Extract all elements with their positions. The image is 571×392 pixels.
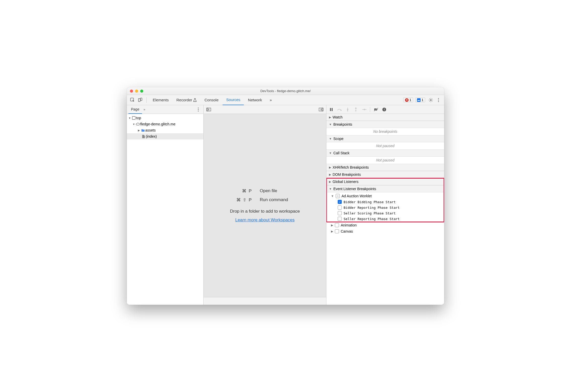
event-seller-reporting[interactable]: Seller Reporting Phase Start: [326, 216, 444, 222]
tree-domain[interactable]: ▼ fledge-demo.glitch.me: [127, 121, 203, 127]
watch-section[interactable]: ▶Watch: [326, 114, 444, 121]
tree-folder-label: assets: [145, 128, 156, 132]
close-window-button[interactable]: [130, 90, 133, 93]
show-navigator-icon[interactable]: [205, 106, 212, 113]
issues-badge[interactable]: ▬ 1: [415, 97, 425, 102]
file-tree: ▼ top ▼ fledge-demo.glitch.me ▶ assets (…: [127, 114, 203, 305]
checkbox-unchecked[interactable]: [338, 205, 342, 210]
category-label: Animation: [341, 223, 357, 227]
collapse-icon: ▶: [137, 129, 141, 132]
navigator-subbar: Page »: [127, 105, 203, 114]
global-listeners-section[interactable]: ▶Global Listeners: [326, 178, 444, 185]
device-toolbar-icon[interactable]: [137, 96, 144, 104]
callstack-section[interactable]: ▼Call Stack: [326, 149, 444, 157]
step-over-icon[interactable]: [336, 106, 343, 113]
svg-rect-10: [132, 116, 135, 119]
tab-sources[interactable]: Sources: [223, 95, 244, 105]
editor-subbar: [204, 105, 326, 114]
debugger-panel: ▶Watch ▼Breakpoints No breakpoints ▼Scop…: [326, 105, 444, 305]
svg-rect-12: [207, 108, 208, 111]
category-canvas[interactable]: ▶ Canvas: [326, 228, 444, 234]
checkbox-unchecked[interactable]: [335, 223, 339, 227]
collapse-icon: ▶: [331, 230, 333, 233]
debugger-toolbar: [326, 105, 444, 114]
folder-icon: [141, 129, 145, 132]
tree-folder[interactable]: ▶ assets: [127, 127, 203, 133]
inspect-element-icon[interactable]: [129, 96, 136, 104]
svg-point-20: [365, 109, 366, 110]
category-label: Canvas: [341, 229, 353, 233]
editor-placeholder: ⌘ P Open file ⌘ ⇧ P Run command Drop in …: [204, 114, 326, 297]
step-out-icon[interactable]: [353, 106, 359, 113]
highlighted-region: ▶Global Listeners ▼Event Listener Breakp…: [326, 178, 444, 222]
svg-point-18: [347, 110, 348, 111]
tab-recorder-label: Recorder: [177, 98, 192, 102]
tree-top[interactable]: ▼ top: [127, 115, 203, 121]
issue-icon: ▬: [417, 98, 421, 102]
more-menu-icon[interactable]: [435, 96, 442, 104]
shortcut-runcmd-key: ⌘ ⇧ P: [219, 197, 252, 203]
tabs-overflow[interactable]: »: [266, 95, 275, 105]
svg-rect-14: [322, 108, 323, 111]
step-into-icon[interactable]: [344, 106, 351, 113]
separator: [370, 107, 370, 112]
svg-point-9: [198, 111, 199, 111]
navigator-overflow[interactable]: »: [144, 107, 145, 111]
checkbox-unchecked[interactable]: [335, 229, 339, 233]
event-seller-scoring[interactable]: Seller Scoring Phase Start: [326, 210, 444, 216]
category-animation[interactable]: ▶ Animation: [326, 222, 444, 228]
deactivate-breakpoints-icon[interactable]: [373, 106, 379, 113]
page-subtab[interactable]: Page: [128, 105, 142, 114]
error-icon: ✕: [405, 98, 409, 102]
svg-point-3: [430, 99, 431, 100]
dom-breakpoints-section[interactable]: ▶DOM Breakpoints: [326, 171, 444, 178]
svg-point-6: [438, 101, 439, 102]
learn-workspaces-link[interactable]: Learn more about Workspaces: [235, 217, 294, 223]
checkbox-unchecked[interactable]: [338, 217, 342, 221]
svg-rect-2: [140, 98, 142, 101]
settings-icon[interactable]: [427, 96, 434, 104]
tab-recorder[interactable]: Recorder: [173, 95, 201, 105]
minimize-window-button[interactable]: [135, 90, 138, 93]
svg-rect-15: [330, 108, 331, 111]
collapse-icon: ▶: [331, 224, 333, 227]
show-debugger-icon[interactable]: [317, 106, 325, 113]
step-icon[interactable]: [361, 106, 367, 113]
expand-icon: ▼: [329, 137, 332, 140]
pause-exceptions-icon[interactable]: [381, 106, 388, 113]
event-listener-breakpoints-section[interactable]: ▼Event Listener Breakpoints: [326, 185, 444, 192]
breakpoints-section[interactable]: ▼Breakpoints: [326, 121, 444, 128]
shortcut-openfile-label: Open file: [260, 188, 311, 194]
event-bidder-reporting[interactable]: Bidder Reporting Phase Start: [326, 205, 444, 210]
navigator-more-icon[interactable]: [195, 106, 202, 113]
tab-network[interactable]: Network: [244, 95, 266, 105]
svg-rect-1: [138, 99, 140, 102]
editor-footer: [204, 297, 326, 305]
errors-badge[interactable]: ✕ 1: [403, 97, 413, 102]
breakpoints-label: Breakpoints: [333, 122, 352, 126]
tab-elements[interactable]: Elements: [149, 95, 172, 105]
checkbox-mixed[interactable]: −: [336, 194, 340, 198]
navigator-panel: Page » ▼ top ▼ fledge-demo.glitch.me: [127, 105, 204, 305]
scope-section[interactable]: ▼Scope: [326, 135, 444, 142]
frame-icon: [131, 116, 136, 120]
event-bidder-bidding[interactable]: ✓ Bidder Bidding Phase Start: [326, 199, 444, 205]
zoom-window-button[interactable]: [140, 90, 143, 93]
expand-icon: ▼: [329, 123, 332, 126]
shortcut-runcmd-label: Run command: [260, 197, 311, 203]
svg-rect-23: [384, 108, 385, 110]
pause-icon[interactable]: [328, 106, 335, 113]
flask-icon: [193, 98, 197, 102]
window-titlebar: DevTools - fledge-demo.glitch.me/: [127, 87, 444, 95]
svg-point-4: [438, 98, 439, 99]
expand-icon: ▼: [329, 187, 332, 190]
tree-file-label: (index): [146, 134, 157, 138]
tab-console[interactable]: Console: [201, 95, 222, 105]
callstack-empty: Not paused: [326, 157, 444, 164]
checkbox-unchecked[interactable]: [338, 211, 342, 215]
xhr-breakpoints-section[interactable]: ▶XHR/fetch Breakpoints: [326, 164, 444, 171]
event-label: Bidder Reporting Phase Start: [344, 206, 400, 210]
category-ad-auction[interactable]: ▼ − Ad Auction Worklet: [326, 193, 444, 199]
checkbox-checked[interactable]: ✓: [338, 200, 342, 204]
tree-file-index[interactable]: (index): [127, 133, 203, 139]
